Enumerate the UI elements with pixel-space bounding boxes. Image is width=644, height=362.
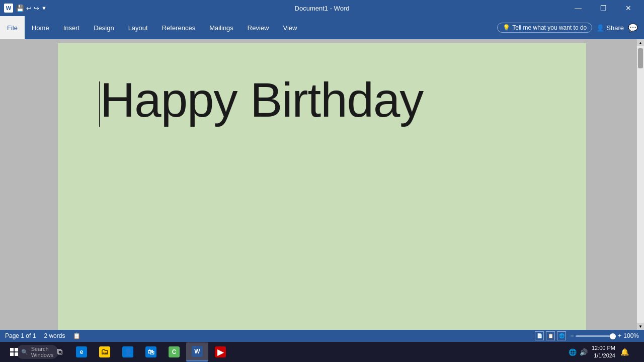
taskbar-explorer[interactable]: 🗂	[94, 342, 116, 361]
document-page[interactable]: Happy Birthday	[58, 43, 586, 330]
word-count: 2 words	[44, 332, 65, 339]
search-icon: 🔍	[21, 349, 28, 355]
people-icon: 👤	[122, 346, 133, 357]
taskbar-green-app[interactable]: C	[163, 342, 185, 361]
notification-area: 12:00 PM 1/1/2024 🔔	[592, 342, 631, 361]
tab-home[interactable]: Home	[25, 16, 56, 39]
task-view-icon: ⧉	[57, 347, 62, 356]
taskbar-items: e 🗂 👤 🛍 C W ▶	[70, 342, 231, 361]
tab-file[interactable]: File	[0, 16, 25, 39]
language-icon: 📋	[73, 332, 80, 339]
status-bar: Page 1 of 1 2 words 📋 📄 📋 🌐 − + 100%	[0, 330, 644, 342]
comments-button[interactable]: 💬	[628, 23, 638, 33]
taskbar-red-app[interactable]: ▶	[209, 342, 231, 361]
taskbar: 🔍 Search Windows ⧉ e 🗂 👤 🛍 C W ▶ 🌐	[0, 342, 644, 362]
tell-me-text: Tell me what you want to do	[512, 24, 587, 31]
document-text[interactable]: Happy Birthday	[98, 73, 546, 127]
document-title: Document1 - Word	[295, 5, 350, 12]
minimize-button[interactable]: —	[567, 0, 590, 16]
title-bar-controls: — ❐ ✕	[567, 0, 640, 16]
tab-references[interactable]: References	[155, 16, 202, 39]
scroll-down-button[interactable]: ▼	[637, 323, 644, 330]
explorer-icon: 🗂	[99, 346, 110, 357]
title-bar: W 💾 ↩ ↪ ▼ Document1 - Word — ❐ ✕	[0, 0, 644, 16]
web-layout-icon[interactable]: 🌐	[557, 331, 566, 340]
scroll-thumb[interactable]	[638, 48, 643, 68]
word-taskbar-icon: W	[192, 346, 203, 357]
customize-button[interactable]: ▼	[41, 5, 47, 11]
share-button[interactable]: 👤 Share	[596, 24, 624, 32]
taskbar-word[interactable]: W	[186, 342, 208, 361]
edge-icon: e	[76, 346, 87, 357]
redo-button[interactable]: ↪	[34, 5, 39, 12]
title-bar-left: W 💾 ↩ ↪ ▼	[4, 4, 47, 13]
taskbar-store[interactable]: 🛍	[140, 342, 162, 361]
tab-layout[interactable]: Layout	[121, 16, 155, 39]
page-count: Page 1 of 1	[5, 332, 36, 339]
document-area: Happy Birthday ▲ ▼	[0, 39, 644, 330]
task-view-button[interactable]: ⧉	[48, 342, 70, 361]
status-bar-left: Page 1 of 1 2 words 📋	[5, 332, 80, 339]
zoom-in-button[interactable]: +	[618, 332, 621, 339]
share-icon: 👤	[596, 24, 604, 32]
taskbar-people[interactable]: 👤	[117, 342, 139, 361]
ribbon: File Home Insert Design Layout Reference…	[0, 16, 644, 39]
system-icons: 🌐 🔊	[569, 348, 588, 356]
store-icon: 🛍	[145, 346, 156, 357]
clock-date: 1/1/2024	[592, 352, 615, 359]
tab-view[interactable]: View	[276, 16, 304, 39]
zoom-percent: 100%	[623, 332, 639, 339]
taskbar-right: 🌐 🔊 12:00 PM 1/1/2024 🔔	[569, 342, 642, 361]
view-icons: 📄 📋 🌐	[535, 331, 566, 340]
read-mode-icon[interactable]: 📄	[535, 331, 544, 340]
clock-time: 12:00 PM	[592, 344, 615, 352]
green-app-icon: C	[169, 346, 180, 357]
notification-button[interactable]: 🔔	[617, 342, 631, 361]
volume-icon[interactable]: 🔊	[580, 348, 588, 356]
print-layout-icon[interactable]: 📋	[546, 331, 555, 340]
close-button[interactable]: ✕	[617, 0, 640, 16]
tab-design[interactable]: Design	[87, 16, 121, 39]
ribbon-right: 💡 Tell me what you want to do 👤 Share 💬	[497, 16, 644, 39]
undo-button[interactable]: ↩	[26, 5, 32, 12]
network-icon[interactable]: 🌐	[569, 348, 577, 356]
vertical-scrollbar[interactable]: ▲ ▼	[637, 39, 644, 330]
red-app-icon: ▶	[215, 346, 226, 357]
save-button[interactable]: 💾	[16, 5, 24, 12]
tab-insert[interactable]: Insert	[56, 16, 87, 39]
zoom-control: − + 100%	[570, 332, 639, 339]
zoom-slider-track[interactable]	[576, 335, 616, 337]
zoom-slider-thumb	[610, 333, 616, 339]
tab-review[interactable]: Review	[240, 16, 276, 39]
status-bar-right: 📄 📋 🌐 − + 100%	[535, 331, 639, 340]
search-taskbar[interactable]: 🔍 Search Windows	[26, 342, 48, 361]
tab-mailings[interactable]: Mailings	[202, 16, 240, 39]
system-clock: 12:00 PM 1/1/2024	[592, 344, 615, 360]
scroll-up-button[interactable]: ▲	[637, 39, 644, 46]
quick-access-toolbar: 💾 ↩ ↪ ▼	[16, 5, 47, 12]
taskbar-edge[interactable]: e	[70, 342, 93, 361]
zoom-out-button[interactable]: −	[570, 332, 574, 339]
word-app-icon: W	[4, 4, 13, 13]
tell-me-input[interactable]: 💡 Tell me what you want to do	[497, 23, 592, 33]
lightbulb-icon: 💡	[503, 24, 510, 31]
restore-button[interactable]: ❐	[592, 0, 615, 16]
